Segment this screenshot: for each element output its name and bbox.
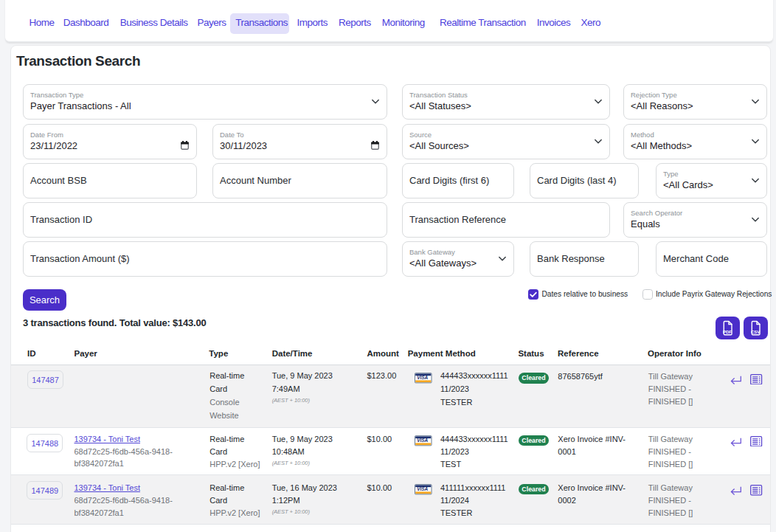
svg-text:VISA: VISA (417, 376, 428, 381)
svg-text:PDF: PDF (723, 330, 732, 334)
svg-text:CSV: CSV (751, 330, 760, 334)
svg-text:VISA: VISA (417, 438, 428, 443)
svg-text:VISA: VISA (417, 487, 428, 492)
